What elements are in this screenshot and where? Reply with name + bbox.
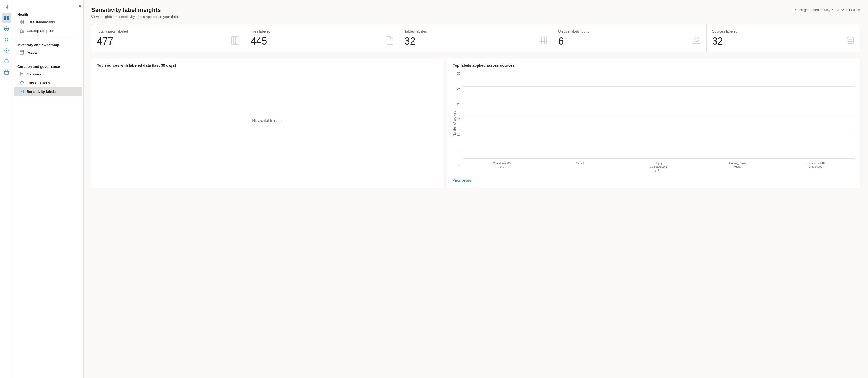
sidebar-section-inventory: Inventory and ownership — [13, 40, 83, 48]
stat-files-labeled: Files labeled 445 — [245, 24, 399, 52]
svg-rect-22 — [20, 90, 24, 93]
sidebar-collapse-button[interactable]: « — [79, 3, 81, 8]
manage-nav-icon[interactable] — [2, 57, 11, 66]
x-label-0: Confidential\Micr... — [465, 159, 538, 175]
stats-row: Total assets labeled 477 Files labeled — [91, 24, 860, 52]
top-labels-chart-card: Top labels applied across sources Number… — [447, 58, 860, 188]
stat-unique-labels-label: Unique labels found — [558, 29, 701, 33]
table-icon — [20, 50, 24, 55]
svg-point-6 — [6, 50, 7, 51]
y-label-30: 30 — [457, 72, 461, 75]
table-stat-icon — [538, 36, 547, 46]
file-stat-icon — [386, 36, 394, 47]
y-label-20: 20 — [457, 102, 461, 106]
book-icon — [20, 72, 24, 76]
label-stat-icon — [692, 36, 701, 47]
stat-unique-labels: Unique labels found 6 — [553, 24, 707, 52]
stat-total-assets-label: Total assets labeled — [97, 29, 240, 33]
svg-rect-1 — [7, 16, 9, 18]
sidebar-item-sensitivity-labels[interactable]: Sensitivity labels — [14, 87, 82, 96]
stat-sources-labeled: Sources labeled 32 — [707, 24, 860, 52]
y-label-5: 5 — [459, 149, 461, 152]
svg-rect-7 — [4, 71, 9, 74]
stat-tables-labeled-label: Tables labeled — [405, 29, 547, 33]
x-labels: Confidential\Micr...SecretHighly Confide… — [463, 159, 855, 175]
briefcase-nav-icon[interactable] — [2, 67, 11, 77]
data-nav-icon[interactable] — [2, 35, 11, 44]
page-subtitle: View insights into sensitivity labels ap… — [91, 14, 179, 19]
no-data-text: No available data — [97, 72, 437, 169]
page-header: Sensitivity label insights View insights… — [91, 6, 860, 19]
sidebar-item-data-stewardship[interactable]: Data stewardship — [14, 18, 82, 26]
stat-total-assets: Total assets labeled 477 — [92, 24, 245, 52]
svg-rect-14 — [23, 31, 23, 33]
stat-files-labeled-value: 445 — [251, 36, 267, 47]
view-details-link[interactable]: View details — [453, 178, 472, 182]
stat-files-labeled-label: Files labeled — [251, 29, 393, 33]
x-label-4: Confidential\All Employees — [779, 159, 852, 175]
x-label-3: General_PurviewTest — [701, 159, 774, 175]
svg-rect-15 — [20, 51, 24, 54]
stat-sources-labeled-value: 32 — [712, 36, 723, 47]
stat-unique-labels-value: 6 — [558, 36, 564, 47]
sidebar-item-classifications[interactable]: Classifications — [14, 78, 82, 87]
svg-rect-31 — [539, 37, 547, 44]
svg-rect-2 — [4, 18, 6, 20]
sidebar: « Health Data stewardship Catalog adopti… — [13, 0, 84, 378]
grid-icon — [20, 20, 24, 24]
sidebar-item-catalog-adoption[interactable]: Catalog adoption — [14, 26, 82, 35]
home-nav-icon[interactable] — [2, 13, 11, 23]
y-axis: 30 25 20 15 10 5 0 — [457, 72, 463, 175]
svg-rect-9 — [22, 20, 24, 22]
stat-tables-labeled: Tables labeled 32 — [399, 24, 553, 52]
catalog-nav-icon[interactable] — [2, 24, 11, 34]
collapse-rail-button[interactable] — [2, 2, 11, 12]
svg-rect-3 — [7, 18, 9, 20]
y-label-25: 25 — [457, 87, 461, 90]
sidebar-section-curation: Curation and governance — [13, 61, 83, 70]
insights-nav-icon[interactable] — [2, 45, 11, 55]
y-label-10: 10 — [457, 133, 461, 136]
y-label-15: 15 — [457, 118, 461, 121]
sidebar-item-assets[interactable]: Assets — [14, 48, 82, 57]
sidebar-item-classifications-label: Classifications — [27, 81, 50, 85]
sidebar-item-glossary-label: Glossary — [27, 72, 41, 76]
tag-icon — [20, 81, 24, 85]
report-generated-text: Report generated on May 27, 2022 at 1:00… — [793, 8, 860, 12]
svg-rect-13 — [21, 29, 22, 33]
top-labels-chart-title: Top labels applied across sources — [453, 63, 855, 68]
bar-chart-area: Number of sources 30 25 20 15 10 5 0 — [453, 72, 855, 175]
chart-plot: Confidential\Micr...SecretHighly Confide… — [463, 72, 855, 175]
stat-total-assets-value: 477 — [97, 36, 113, 47]
sidebar-item-data-stewardship-label: Data stewardship — [27, 20, 55, 24]
sidebar-item-sensitivity-labels-label: Sensitivity labels — [27, 90, 57, 94]
sidebar-section-health: Health — [13, 9, 83, 18]
page-title: Sensitivity label insights — [91, 6, 179, 13]
database-stat-icon — [846, 36, 855, 47]
svg-rect-11 — [22, 22, 24, 24]
svg-point-21 — [22, 82, 23, 82]
svg-rect-0 — [4, 16, 6, 18]
svg-point-37 — [847, 37, 854, 39]
sidebar-item-glossary[interactable]: Glossary — [14, 70, 82, 78]
charts-row: Top sources with labeled data (last 30 d… — [91, 58, 860, 188]
sensitivity-label-icon — [20, 89, 24, 94]
y-axis-title: Number of sources — [453, 111, 456, 136]
bars-container — [463, 72, 855, 159]
top-sources-chart-card: Top sources with labeled data (last 30 d… — [91, 58, 443, 188]
svg-rect-8 — [20, 20, 22, 22]
svg-rect-12 — [20, 30, 21, 33]
stat-sources-labeled-label: Sources labeled — [712, 29, 855, 33]
sidebar-divider-2 — [18, 59, 79, 59]
chart-bar-icon — [20, 29, 24, 33]
table-grid-stat-icon — [231, 36, 240, 47]
stat-tables-labeled-value: 32 — [405, 36, 415, 47]
sidebar-item-assets-label: Assets — [27, 51, 38, 55]
top-sources-chart-title: Top sources with labeled data (last 30 d… — [97, 63, 437, 68]
x-label-1: Secret — [544, 159, 617, 175]
sidebar-item-catalog-adoption-label: Catalog adoption — [27, 29, 54, 33]
svg-point-36 — [694, 37, 699, 41]
svg-rect-10 — [20, 22, 22, 24]
x-label-2: Highly Confidential\Ninja FTE — [622, 159, 695, 175]
main-content: Sensitivity label insights View insights… — [84, 0, 868, 378]
